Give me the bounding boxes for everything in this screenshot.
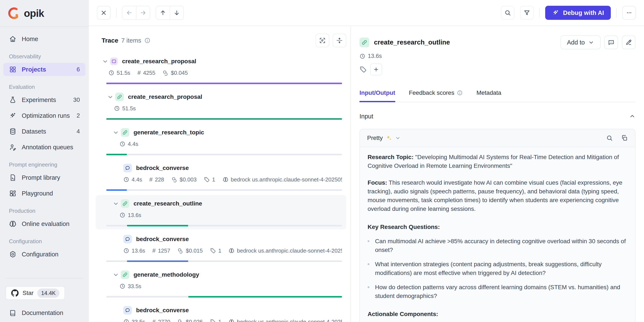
- tokens-chip: #2770: [152, 318, 170, 322]
- sidebar-item-label: Annotation queues: [22, 144, 73, 151]
- divider: [616, 8, 617, 18]
- sidebar-item-playground[interactable]: Playground: [4, 187, 86, 200]
- bullet-icon: [368, 240, 370, 242]
- more-actions-button[interactable]: [622, 6, 636, 20]
- collapse-section-button[interactable]: [629, 113, 636, 120]
- sidebar-item-online-evaluation[interactable]: Online evaluation: [4, 217, 86, 230]
- sidebar-item-annotation-queues[interactable]: Annotation queues: [4, 140, 86, 154]
- trace-tree-row[interactable]: bedrock_converse 4.4s #228 $0.003 1 bedr…: [96, 160, 346, 194]
- duration-track: [106, 260, 342, 262]
- filter-button[interactable]: [520, 6, 534, 20]
- duration-bar: [106, 118, 342, 120]
- sidebar-item-projects[interactable]: Projects 6: [4, 63, 86, 76]
- blocks-icon: [9, 190, 16, 197]
- list-item: How do detection patterns vary across di…: [368, 283, 628, 300]
- key-questions-heading: Key Research Questions:: [368, 222, 628, 231]
- span-title: create_research_outline: [374, 38, 450, 46]
- edit-button[interactable]: [622, 36, 636, 49]
- sidebar-item-label: Online evaluation: [22, 220, 70, 228]
- add-to-label: Add to: [567, 39, 585, 46]
- copy-icon[interactable]: [621, 134, 628, 142]
- sidebar-item-prompt-library[interactable]: Prompt library: [4, 171, 86, 184]
- duration-chip: 51.5s: [114, 105, 136, 112]
- sidebar-item-label: Prompt library: [22, 174, 60, 181]
- hash-icon: #: [152, 248, 156, 254]
- search-icon[interactable]: [606, 134, 613, 142]
- add-to-button[interactable]: Add to: [560, 35, 600, 50]
- tab-metadata[interactable]: Metadata: [476, 90, 501, 102]
- search-button[interactable]: [501, 6, 514, 20]
- database-icon: [9, 128, 16, 135]
- cost-chip: $0.015: [178, 248, 203, 254]
- close-button[interactable]: [97, 6, 110, 20]
- sidebar-item-label: Experiments: [22, 96, 56, 104]
- list-item: What intervention strategies (content pa…: [368, 260, 628, 277]
- sidebar-item-datasets[interactable]: Datasets 4: [4, 125, 86, 138]
- tree-items-count: 7 items: [121, 37, 141, 44]
- sparkles-icon: [386, 135, 392, 141]
- trace-tree-row-selected[interactable]: create_research_outline 13.6s: [96, 195, 346, 229]
- comment-icon: [608, 39, 614, 46]
- tree-title: Trace: [102, 37, 118, 44]
- view-mode-label: Pretty: [367, 134, 383, 142]
- chevron-down-icon[interactable]: [112, 200, 120, 207]
- duration-chip: 33.5s: [123, 318, 145, 322]
- brain-icon: [228, 248, 234, 254]
- chevron-down-icon[interactable]: [112, 129, 120, 136]
- sidebar-item-documentation[interactable]: Documentation: [4, 306, 86, 320]
- sidebar-item-optimization-runs[interactable]: Optimization runs 2: [4, 109, 86, 122]
- plus-icon: [373, 66, 379, 72]
- next-span-button[interactable]: [170, 6, 183, 20]
- star-label: Star: [22, 290, 34, 296]
- trace-tree-row[interactable]: generate_research_topic 4.4s: [96, 124, 346, 158]
- sidebar-item-label: Configuration: [22, 251, 58, 258]
- llm-icon: [123, 164, 132, 172]
- trace-tree-row[interactable]: bedrock_converse 33.5s #2770 $0.026 1 be…: [96, 302, 346, 322]
- prev-trace-button[interactable]: [122, 6, 136, 20]
- app-logo[interactable]: opik: [0, 0, 89, 27]
- duration-track: [106, 154, 342, 155]
- debug-with-ai-button[interactable]: Debug with AI: [545, 6, 611, 20]
- grid-icon: [9, 66, 16, 73]
- coins-icon: [162, 70, 168, 76]
- cost-chip: $0.003: [172, 176, 197, 183]
- trace-tree-panel: Trace 7 items create_research_pr: [89, 26, 351, 322]
- github-star-button[interactable]: Star 14.4K: [6, 286, 65, 300]
- debug-button-label: Debug with AI: [563, 9, 604, 16]
- model-chip: bedrock us.anthropic.claude-sonnet-4-202…: [228, 318, 342, 322]
- clock-icon: [120, 141, 126, 147]
- chevron-down-icon[interactable]: [102, 58, 109, 65]
- comment-button[interactable]: [604, 36, 618, 49]
- tab-input-output[interactable]: Input/Output: [360, 90, 395, 102]
- trace-tree-row[interactable]: bedrock_converse 13.6s #1257 $0.015 1 be…: [96, 231, 346, 265]
- sidebar-item-experiments[interactable]: Experiments 30: [4, 93, 86, 106]
- main-area: Debug with AI Trace 7 items: [89, 0, 644, 322]
- sidebar-item-home[interactable]: Home: [4, 32, 86, 46]
- search-icon: [504, 9, 511, 16]
- tag-icon: [210, 319, 216, 322]
- collapse-all-button[interactable]: [333, 34, 346, 47]
- span-icon: [121, 199, 129, 208]
- info-icon: [144, 37, 150, 44]
- sidebar-item-label: Projects: [22, 66, 46, 73]
- trace-tree-row[interactable]: generate_methodology 33.5s: [96, 266, 346, 300]
- next-trace-button[interactable]: [136, 6, 150, 20]
- trace-tree-row[interactable]: create_research_proposal 51.5s #4255 $0.…: [96, 53, 346, 87]
- add-tag-button[interactable]: [370, 64, 382, 76]
- view-mode-select[interactable]: Pretty: [367, 134, 400, 142]
- opik-logo-icon: [8, 7, 20, 20]
- trace-tree-header: Trace 7 items: [102, 34, 346, 47]
- chevron-down-icon[interactable]: [112, 271, 120, 278]
- span-icon: [121, 128, 129, 137]
- expand-all-button[interactable]: [316, 34, 329, 47]
- clock-icon: [123, 248, 129, 254]
- cost-chip: $0.026: [178, 318, 203, 322]
- sidebar-item-configuration[interactable]: Configuration: [4, 248, 86, 261]
- focus-paragraph: Focus: This research would investigate h…: [368, 178, 628, 213]
- prev-span-button[interactable]: [156, 6, 170, 20]
- span-name: generate_research_topic: [134, 129, 204, 136]
- trace-tree-row[interactable]: create_research_proposal 51.5s: [96, 88, 346, 123]
- tab-feedback-scores[interactable]: Feedback scores: [409, 90, 463, 102]
- chevron-down-icon[interactable]: [107, 93, 114, 100]
- info-icon: [457, 90, 463, 96]
